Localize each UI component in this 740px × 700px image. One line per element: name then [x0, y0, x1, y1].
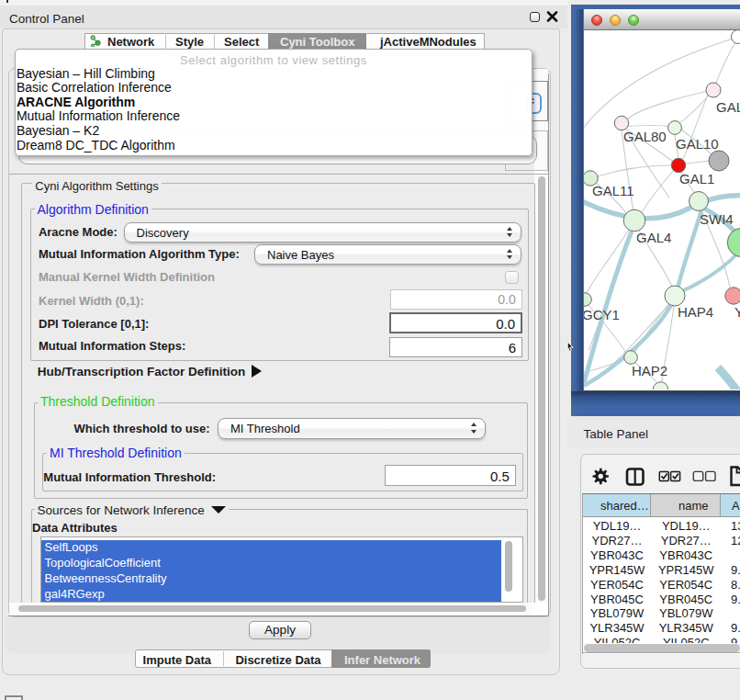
svg-text:GAL10: GAL10 — [676, 136, 719, 152]
svg-text:GAL80: GAL80 — [623, 129, 667, 144]
svg-text:HAP2: HAP2 — [632, 363, 667, 378]
svg-text:HAP4: HAP4 — [678, 304, 713, 320]
svg-text:GCY1: GCY1 — [584, 307, 620, 322]
svg-text:Y: Y — [734, 304, 740, 320]
svg-text:GAL2: GAL2 — [716, 99, 740, 115]
svg-text:SWI4: SWI4 — [700, 211, 734, 227]
svg-text:GAL11: GAL11 — [592, 183, 634, 198]
svg-text:GAL1: GAL1 — [679, 171, 714, 186]
svg-text:GAL4: GAL4 — [636, 230, 671, 245]
